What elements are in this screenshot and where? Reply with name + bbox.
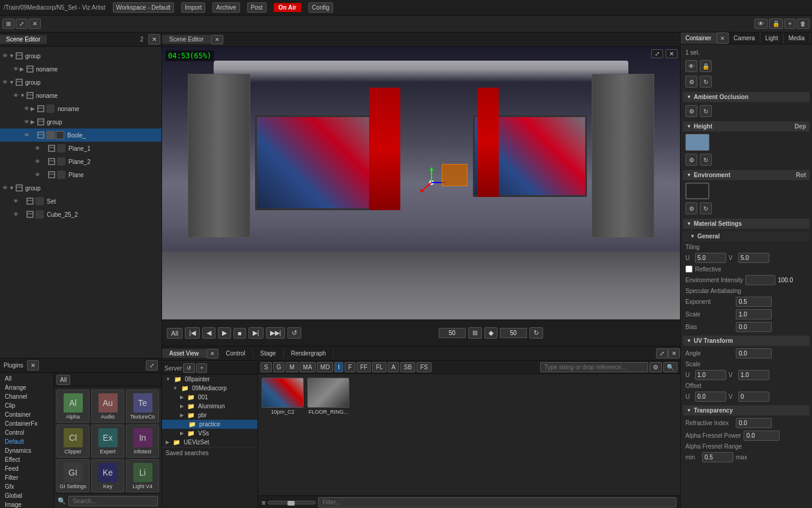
camera-tab[interactable]: Camera bbox=[729, 32, 760, 44]
tree-eye-t10[interactable]: 👁 bbox=[35, 172, 40, 178]
plugin-item-key[interactable]: KeKey bbox=[91, 459, 124, 492]
plugins-close-btn[interactable]: ✕ bbox=[27, 360, 39, 370]
plugin-item-textureco[interactable]: TeTextureCo bbox=[126, 390, 159, 423]
tl-all-btn[interactable]: All bbox=[167, 328, 182, 339]
material-settings-header[interactable]: ▼ Material Settings bbox=[683, 219, 810, 229]
tree-eye-t3[interactable]: 👁 bbox=[2, 79, 8, 85]
asset-tree-item-a4[interactable]: ▶📁Alumimun bbox=[162, 402, 257, 411]
lock-btn[interactable]: 🔒 bbox=[700, 60, 712, 72]
filter-btn-g[interactable]: G bbox=[273, 362, 285, 372]
asset-tree-item-a2[interactable]: ▼📁09Mediacorp bbox=[162, 384, 257, 393]
tl-next-btn[interactable]: ▶| bbox=[248, 327, 263, 339]
category-item-dynamics[interactable]: Dynamics bbox=[0, 446, 53, 455]
search-input[interactable] bbox=[68, 496, 158, 506]
height-gear-btn[interactable]: ⚙ bbox=[685, 154, 697, 166]
category-item-containerfx[interactable]: ContainerFx bbox=[0, 419, 53, 428]
filter-btn-fs[interactable]: FS bbox=[417, 362, 432, 372]
viewport[interactable]: 04:53(65%) ⤢ ✕ bbox=[162, 47, 680, 319]
category-item-all[interactable]: All bbox=[0, 374, 53, 383]
filter-btn-i[interactable]: I bbox=[334, 362, 343, 372]
tl-prev-btn[interactable]: ◀ bbox=[202, 327, 215, 339]
container-tab[interactable]: Container bbox=[681, 32, 717, 44]
toolbar-delete-btn[interactable]: 🗑 bbox=[796, 19, 810, 29]
tree-eye-t8[interactable]: 👁 bbox=[35, 145, 40, 151]
plugin-item-infotext[interactable]: InInfotext bbox=[126, 425, 159, 458]
asset-expand-btn[interactable]: ⤢ bbox=[656, 348, 668, 358]
asset-tree-item-a8[interactable]: ▶📁UEVizSet bbox=[162, 438, 257, 447]
category-item-image[interactable]: Image bbox=[0, 500, 53, 508]
tl-goto-end-btn[interactable]: ▶▶| bbox=[266, 327, 286, 339]
tree-eye-t5[interactable]: 👁 bbox=[24, 106, 29, 112]
tl-goto-start-btn[interactable]: |◀ bbox=[185, 327, 200, 339]
filter-btn-fl[interactable]: FL bbox=[372, 362, 386, 372]
container-tab-close[interactable]: ✕ bbox=[717, 32, 729, 44]
asset-tree-item-a5[interactable]: ▶📁pbr bbox=[162, 411, 257, 420]
filter-btn-ma[interactable]: MA bbox=[299, 362, 316, 372]
category-item-filter[interactable]: Filter bbox=[0, 473, 53, 482]
tiling-u-input[interactable] bbox=[695, 253, 726, 263]
eye-btn[interactable]: 👁 bbox=[685, 60, 697, 72]
uv-scale-u-input[interactable] bbox=[695, 370, 726, 380]
tree-item-t3[interactable]: 👁▼group bbox=[0, 76, 161, 89]
filter-btn-sb[interactable]: SB bbox=[400, 362, 415, 372]
asset-settings-btn[interactable]: ⚙ bbox=[649, 362, 662, 372]
asset-tab-close[interactable]: ✕ bbox=[206, 349, 218, 358]
asset-search-btn[interactable]: 🔍 bbox=[663, 362, 678, 372]
env-gear-btn[interactable]: ⚙ bbox=[685, 202, 697, 214]
rendergraph-tab[interactable]: Rendergraph bbox=[284, 349, 334, 358]
filter-btn-a[interactable]: A bbox=[388, 362, 399, 372]
tl-cycle-btn[interactable]: ↻ bbox=[529, 327, 543, 339]
scene-tab-close[interactable]: ✕ bbox=[148, 34, 160, 44]
filter-btn-s[interactable]: S bbox=[260, 362, 272, 372]
ao-gear-btn[interactable]: ⚙ bbox=[685, 105, 697, 117]
tree-item-t4[interactable]: 👁▼noname bbox=[0, 89, 161, 102]
height-reset-btn[interactable]: ↻ bbox=[700, 154, 712, 166]
tree-item-t11[interactable]: 👁▼group bbox=[0, 181, 161, 195]
se-tab-close[interactable]: ✕ bbox=[211, 35, 223, 44]
tree-eye-t2[interactable]: 👁 bbox=[13, 66, 19, 72]
tl-play-btn[interactable]: ▶ bbox=[218, 327, 231, 339]
plugins-expand-btn[interactable]: ⤢ bbox=[146, 360, 158, 370]
category-item-default[interactable]: Default bbox=[0, 437, 53, 446]
env-reset-btn[interactable]: ↻ bbox=[700, 202, 712, 214]
filter-btn-ff[interactable]: FF bbox=[356, 362, 371, 372]
scene-editor-tab-label[interactable]: Scene Editor bbox=[162, 35, 211, 44]
ao-rotate-btn[interactable]: ↻ bbox=[700, 105, 712, 117]
category-item-effect[interactable]: Effect bbox=[0, 455, 53, 464]
category-item-global[interactable]: Global bbox=[0, 491, 53, 500]
toolbar-lock-btn[interactable]: 🔒 bbox=[769, 19, 783, 29]
all-filter-btn[interactable]: All bbox=[56, 375, 70, 385]
general-header[interactable]: ▼ General bbox=[683, 231, 810, 241]
reflective-checkbox[interactable] bbox=[685, 265, 693, 273]
exponent-input[interactable] bbox=[736, 297, 772, 307]
category-item-feed[interactable]: Feed bbox=[0, 464, 53, 473]
refr-index-input[interactable] bbox=[736, 418, 772, 428]
viewport-close-btn[interactable]: ✕ bbox=[666, 49, 678, 58]
scale-input[interactable] bbox=[736, 309, 772, 319]
tree-expand-t1[interactable]: ▼ bbox=[9, 53, 15, 59]
height-section-header[interactable]: ▼ Height Dep bbox=[683, 121, 810, 132]
category-item-clip[interactable]: Clip bbox=[0, 401, 53, 410]
env-intensity-input[interactable] bbox=[745, 275, 775, 285]
tree-item-t8[interactable]: 👁Plane_1 bbox=[0, 142, 161, 155]
tl-loop-btn[interactable]: ↺ bbox=[287, 327, 301, 339]
toolbar-vis-btn[interactable]: 👁 bbox=[754, 19, 768, 29]
maximize-btn[interactable]: ⤢ bbox=[651, 49, 663, 58]
tree-eye-t1[interactable]: 👁 bbox=[2, 53, 8, 59]
asset-tree-item-a1[interactable]: ▼📁08painter bbox=[162, 375, 257, 384]
filter-btn-md[interactable]: MD bbox=[317, 362, 334, 372]
plugin-item-gi-settings[interactable]: GIGI Settings bbox=[56, 459, 89, 492]
tree-expand-t5[interactable]: ▶ bbox=[31, 106, 37, 112]
server-add-btn[interactable]: + bbox=[196, 363, 206, 373]
asset-tree-item-a7[interactable]: ▶📁VSs bbox=[162, 429, 257, 438]
tree-expand-t11[interactable]: ▼ bbox=[9, 185, 15, 191]
tree-item-t2[interactable]: 👁▶noname bbox=[0, 62, 161, 76]
import-button[interactable]: Import bbox=[181, 2, 205, 13]
server-refresh-btn[interactable]: ↺ bbox=[183, 363, 195, 373]
asset-file-f1[interactable]: 10pm_C2 bbox=[262, 378, 304, 415]
tree-item-t9[interactable]: 👁Plane_2 bbox=[0, 155, 161, 168]
asset-search-input[interactable] bbox=[540, 362, 648, 372]
transparency-header[interactable]: ▼ Transparency bbox=[683, 405, 810, 416]
media-tab[interactable]: Media bbox=[784, 32, 810, 44]
asset-close-btn[interactable]: ✕ bbox=[668, 348, 680, 358]
